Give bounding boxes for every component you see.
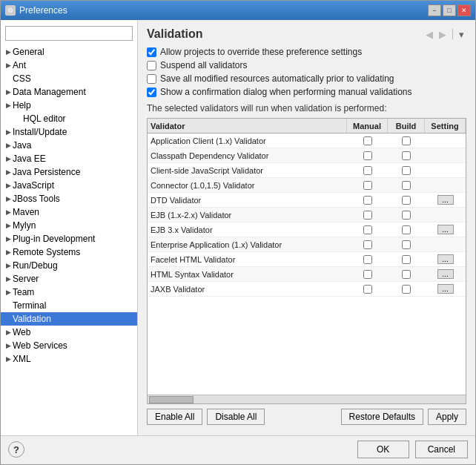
sidebar-item-plugin-development[interactable]: ▶Plug-in Development — [1, 232, 137, 245]
build-checkbox[interactable] — [402, 166, 411, 175]
td-validator: Connector (1.0,1.5) Validator — [148, 179, 347, 191]
sidebar-item-java-ee[interactable]: ▶Java EE — [1, 152, 137, 165]
manual-checkbox[interactable] — [363, 270, 372, 279]
sidebar-item-data-management[interactable]: ▶Data Management — [1, 85, 137, 99]
build-checkbox[interactable] — [402, 225, 411, 234]
checkbox-suspend-all[interactable] — [147, 61, 156, 70]
td-build — [388, 239, 425, 251]
settings-button[interactable]: ... — [437, 269, 454, 279]
build-checkbox[interactable] — [402, 151, 411, 160]
tree-arrow-icon: ▶ — [4, 168, 13, 177]
sidebar-item-label: XML — [13, 354, 134, 364]
manual-checkbox[interactable] — [363, 211, 372, 220]
build-checkbox[interactable] — [402, 211, 411, 220]
restore-defaults-button[interactable]: Restore Defaults — [341, 409, 423, 425]
manual-checkbox[interactable] — [363, 285, 372, 294]
sidebar-item-label: JavaScript — [13, 180, 134, 191]
ok-button[interactable]: OK — [357, 441, 409, 458]
tree-arrow-icon: ▶ — [4, 101, 13, 110]
settings-button[interactable]: ... — [437, 254, 454, 264]
sidebar-item-remote-systems[interactable]: ▶Remote Systems — [1, 245, 137, 259]
sidebar-item-terminal[interactable]: Terminal — [1, 299, 137, 312]
cancel-button[interactable]: Cancel — [415, 441, 468, 458]
forward-button[interactable]: ▶ — [437, 28, 449, 41]
build-checkbox[interactable] — [402, 196, 411, 205]
td-setting — [425, 243, 466, 246]
sidebar-item-hql-editor[interactable]: HQL editor — [11, 112, 137, 125]
build-checkbox[interactable] — [402, 240, 411, 249]
build-checkbox[interactable] — [402, 270, 411, 279]
sidebar-item-ant[interactable]: ▶Ant — [1, 59, 137, 72]
tree-arrow-icon — [4, 74, 13, 83]
sidebar-item-maven[interactable]: ▶Maven — [1, 205, 137, 219]
tree-arrow-icon — [14, 114, 23, 123]
manual-checkbox[interactable] — [363, 255, 372, 264]
sidebar-item-install-update[interactable]: ▶Install/Update — [1, 125, 137, 139]
checkbox-save-modified[interactable] — [147, 74, 156, 84]
build-checkbox[interactable] — [402, 181, 411, 190]
sidebar-item-web[interactable]: ▶Web — [1, 326, 137, 339]
sidebar-search[interactable] — [5, 26, 133, 41]
sidebar-item-label: Web Services — [13, 340, 134, 351]
manual-checkbox[interactable] — [363, 151, 372, 160]
manual-checkbox[interactable] — [363, 136, 372, 145]
manual-checkbox[interactable] — [363, 181, 372, 190]
close-button[interactable]: ✕ — [457, 4, 471, 16]
sidebar-item-java[interactable]: ▶Java — [1, 139, 137, 152]
sidebar-item-label: Java Persistence — [13, 167, 134, 177]
sidebar-item-jboss-tools[interactable]: ▶JBoss Tools — [1, 192, 137, 205]
sidebar-item-team[interactable]: ▶Team — [1, 286, 137, 299]
checkbox-show-confirmation[interactable] — [147, 88, 156, 97]
manual-checkbox[interactable] — [363, 166, 372, 175]
build-checkbox[interactable] — [402, 285, 411, 294]
manual-checkbox[interactable] — [363, 225, 372, 234]
sidebar-item-web-services[interactable]: ▶Web Services — [1, 339, 137, 352]
checkbox-allow-override[interactable] — [147, 47, 156, 57]
td-validator: EJB (1.x-2.x) Validator — [148, 209, 347, 221]
sidebar-item-label: Ant — [13, 60, 134, 70]
sidebar-item-validation[interactable]: Validation — [1, 312, 137, 326]
sidebar-item-label: Team — [13, 287, 134, 297]
sidebar-item-java-persistence[interactable]: ▶Java Persistence — [1, 165, 137, 179]
sidebar-item-mylyn[interactable]: ▶Mylyn — [1, 219, 137, 232]
sidebar-item-javascript[interactable]: ▶JavaScript — [1, 179, 137, 192]
settings-button[interactable]: ... — [437, 284, 454, 294]
manual-checkbox[interactable] — [363, 196, 372, 205]
th-build: Build — [388, 119, 425, 133]
sidebar-item-server[interactable]: ▶Server — [1, 272, 137, 286]
sidebar-item-css[interactable]: CSS — [1, 72, 137, 85]
manual-checkbox[interactable] — [363, 240, 372, 249]
main-content: ▶General▶AntCSS▶Data Management▶HelpHQL … — [1, 20, 475, 435]
sidebar: ▶General▶AntCSS▶Data Management▶HelpHQL … — [1, 20, 138, 435]
help-button[interactable]: ? — [8, 441, 24, 458]
dropdown-button[interactable]: ▾ — [457, 28, 466, 41]
build-checkbox[interactable] — [402, 136, 411, 145]
sidebar-item-general[interactable]: ▶General — [1, 45, 137, 59]
build-checkbox[interactable] — [402, 255, 411, 264]
settings-button[interactable]: ... — [437, 195, 454, 205]
td-validator: Classpath Dependency Validator — [148, 150, 347, 162]
window-icon: ⚙ — [5, 5, 16, 16]
tree-arrow-icon: ▶ — [4, 341, 13, 350]
td-setting: ... — [425, 283, 466, 295]
settings-button[interactable]: ... — [437, 225, 454, 234]
back-button[interactable]: ◀ — [423, 28, 435, 41]
table-row: DTD Validator... — [148, 193, 466, 208]
bottom-buttons-row: Enable All Disable All Restore Defaults … — [147, 409, 466, 425]
td-build — [388, 224, 425, 236]
sidebar-item-help[interactable]: ▶Help — [1, 99, 137, 112]
minimize-button[interactable]: − — [428, 4, 441, 16]
apply-button[interactable]: Apply — [428, 409, 466, 425]
enable-all-button[interactable]: Enable All — [147, 409, 202, 425]
tree-arrow-icon: ▶ — [4, 354, 13, 363]
tree-arrow-icon: ▶ — [4, 47, 13, 56]
maximize-button[interactable]: □ — [443, 4, 456, 16]
tree-arrow-icon: ▶ — [4, 181, 13, 190]
horizontal-scrollbar[interactable] — [148, 395, 466, 403]
sidebar-item-xml[interactable]: ▶XML — [1, 352, 137, 366]
disable-all-button[interactable]: Disable All — [207, 409, 265, 425]
horiz-scroll-thumb[interactable] — [149, 396, 194, 403]
tree-arrow-icon: ▶ — [4, 274, 13, 283]
sidebar-item-run-debug[interactable]: ▶Run/Debug — [1, 259, 137, 272]
panel-header: Validation ◀ ▶ ▾ — [147, 27, 466, 41]
